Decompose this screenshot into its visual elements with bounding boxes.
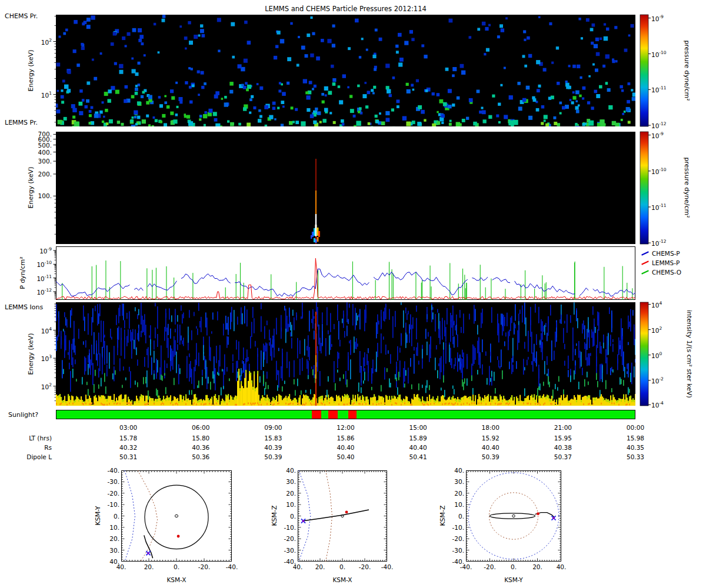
- sunlight-off-segment: [348, 410, 357, 419]
- y-axis-label-pressure: P dyn/cm²: [19, 256, 26, 289]
- orbit-y-tick-label: -10.: [452, 524, 465, 531]
- time-tick-label: 06:00: [192, 424, 209, 431]
- legend-line-lemms-p: [641, 260, 649, 265]
- legend-item-lemms-p: LEMMS-P: [641, 258, 681, 268]
- time-tick-label: 00:00: [627, 424, 644, 431]
- y-axis-label-ions: Energy (keV): [27, 333, 35, 375]
- orbit-y-tick-label: 30.: [454, 478, 464, 485]
- ephemeris-value: 15.92: [482, 435, 499, 442]
- y-tick-label: 102: [41, 382, 52, 390]
- ephemeris-value: 15.86: [337, 435, 354, 442]
- ephemeris-row-label: Dipole L: [26, 453, 52, 460]
- orbit-xlabel-2: KSM-X: [332, 576, 352, 583]
- ephemeris-value: 40.36: [192, 444, 209, 451]
- colorbar-tick-label: 10-10: [651, 167, 667, 175]
- orbit-red-dot: [537, 512, 540, 515]
- legend-label-lemms-p: LEMMS-P: [652, 259, 680, 266]
- orbit-x-tick-label: -40.: [381, 563, 394, 570]
- orbit-x-tick-label: -20.: [359, 563, 371, 570]
- ephemeris-value: 40.40: [409, 444, 427, 451]
- legend: CHEMS-P LEMMS-P CHEMS-O: [641, 249, 681, 277]
- orbit-y-tick-label: 0.: [114, 513, 119, 520]
- orbit-ylabel-2: KSM-Z: [271, 505, 278, 526]
- colorbar-label-pressure-2: pressure dyne/cm²: [683, 157, 691, 218]
- orbit-y-tick-label: 20.: [454, 490, 464, 497]
- pressure-lineplot-canvas: [56, 246, 635, 300]
- ephemeris-value: 15.98: [627, 435, 644, 442]
- orbit-x-tick-label: 0.: [174, 563, 179, 570]
- orbit-y-tick-label: -40.: [284, 558, 297, 565]
- colorbar-tick-label: 10-12: [651, 239, 667, 247]
- ephemeris-value: 50.39: [264, 453, 282, 460]
- orbit-plot-ksmx-ksmy: [121, 470, 232, 562]
- ephemeris-value: 50.36: [192, 453, 209, 460]
- orbit-y-tick-label: -30.: [452, 547, 465, 554]
- y-tick-label: 10-11: [36, 274, 52, 282]
- y-tick-label: 400.: [38, 149, 52, 156]
- y-tick-label: 10-10: [36, 260, 52, 269]
- orbit-ylabel-1: KSM-Y: [94, 506, 102, 525]
- ephemeris-value: 15.83: [264, 435, 282, 442]
- orbit-x-tick-label: 0.: [511, 563, 517, 570]
- colorbar-tick-label: 100: [651, 351, 662, 359]
- ephemeris-value: 50.39: [482, 453, 499, 460]
- ephemeris-value: 15.89: [409, 435, 427, 442]
- legend-label-chems-p: CHEMS-P: [652, 250, 680, 257]
- ephemeris-value: 50.37: [554, 453, 572, 460]
- ephemeris-value: 40.39: [264, 444, 282, 451]
- legend-label-chems-o: CHEMS-O: [652, 269, 681, 276]
- panel-label-lemms-ions: LEMMS Ions: [5, 303, 43, 311]
- ephemeris-row-label: Rs: [44, 444, 52, 451]
- lemms-spectrogram-canvas: [56, 132, 635, 244]
- y-axis-label-lemms: Energy (keV): [27, 167, 35, 209]
- ephemeris-value: 40.40: [337, 444, 354, 451]
- orbit-y-tick-label: 20.: [286, 490, 296, 497]
- legend-item-chems-o: CHEMS-O: [641, 268, 681, 277]
- orbit-y-tick-label: 30.: [109, 547, 119, 554]
- y-tick-label: 500.: [38, 142, 52, 149]
- colorbar-tick-label: 10-9: [651, 131, 664, 139]
- y-tick-label: 200.: [38, 171, 52, 178]
- colorbar-tick-label: 10-4: [651, 400, 664, 409]
- orbit-x-tick-label: 20.: [532, 563, 542, 570]
- chems-spectrogram-canvas: [56, 15, 635, 126]
- orbit-plot-ksmx-ksmz: [298, 470, 387, 562]
- ephemeris-value: 50.40: [337, 453, 354, 460]
- orbit-y-tick-label: 40.: [454, 467, 464, 474]
- orbit-y-tick-label: -20.: [108, 490, 120, 497]
- orbit-x-tick-label: 0.: [339, 563, 345, 570]
- panel-label-lemms-pr: LEMMS Pr.: [5, 119, 38, 126]
- y-tick-label: 10-9: [39, 246, 52, 255]
- orbit-y-tick-label: 10.: [286, 501, 296, 508]
- sunlight-off-segment: [312, 410, 321, 419]
- orbit-y-tick-label: -10.: [284, 524, 297, 531]
- ephemeris-value: 50.41: [409, 453, 427, 460]
- sunlight-off-segment: [328, 410, 338, 419]
- ephemeris-row-label: LT (hrs): [29, 435, 52, 442]
- y-tick-label: 104: [41, 326, 52, 335]
- time-tick-label: 18:00: [482, 424, 499, 431]
- orbit-y-tick-label: -40.: [452, 558, 465, 565]
- ephemeris-value: 40.32: [119, 444, 137, 451]
- colorbar-tick-label: 10-2: [651, 376, 664, 385]
- time-tick-label: 12:00: [337, 424, 354, 431]
- colorbar-tick-label: 10-12: [651, 121, 667, 129]
- ephemeris-value: 50.31: [119, 453, 137, 460]
- orbit-y-tick-label: -10.: [108, 501, 120, 508]
- y-tick-label: 103: [41, 354, 52, 362]
- ephemeris-value: 50.33: [627, 453, 644, 460]
- colorbar-label-intensity: intensity 1/(s cm² ster keV): [685, 310, 693, 397]
- orbit-y-tick-label: 40.: [109, 558, 119, 565]
- orbit-y-tick-label: -30.: [284, 547, 297, 554]
- ephemeris-value: 15.95: [554, 435, 572, 442]
- orbit-x-tick-label: 20.: [315, 563, 325, 570]
- time-tick-label: 15:00: [409, 424, 427, 431]
- time-tick-label: 09:00: [264, 424, 282, 431]
- orbit-x-tick-label: -40.: [226, 563, 238, 570]
- orbit-plot-ksmy-ksmz: [466, 470, 561, 562]
- y-tick-label: 100.: [38, 192, 52, 199]
- orbit-x-tick-label: 20.: [144, 563, 154, 570]
- ions-spectrogram-canvas: [56, 302, 635, 406]
- ephemeris-value: 15.80: [192, 435, 209, 442]
- orbit-y-tick-label: 10.: [454, 501, 464, 508]
